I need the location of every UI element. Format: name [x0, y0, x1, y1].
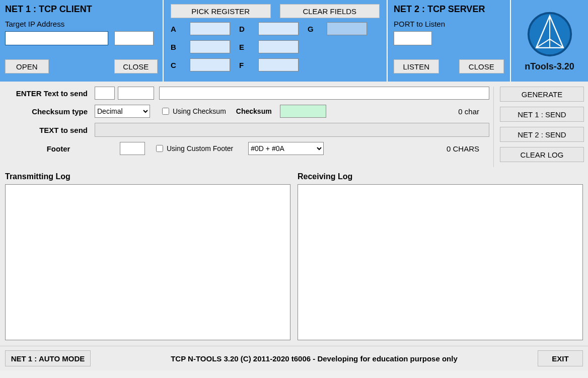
app-logo-icon [526, 10, 574, 58]
net1-send-button[interactable]: NET 1 : SEND [500, 107, 584, 122]
reg-d-label: D [239, 25, 249, 33]
char-count-label: 0 char [458, 107, 489, 116]
pick-register-button[interactable]: PICK REGISTER [171, 4, 271, 18]
net1-panel: NET 1 : TCP CLIENT Target IP Address OPE… [0, 0, 164, 82]
net2-listen-button[interactable]: LISTEN [394, 59, 439, 73]
net2-title: NET 2 : TCP SERVER [394, 4, 504, 15]
reg-d-input[interactable] [258, 22, 299, 35]
footer-select[interactable]: #0D + #0A [248, 142, 324, 155]
checksum-label: Checksum [236, 107, 272, 115]
clear-fields-button[interactable]: CLEAR FIELDS [280, 4, 380, 18]
exit-button[interactable]: EXIT [538, 350, 583, 366]
reg-c-label: C [171, 61, 181, 69]
footer-input[interactable] [120, 142, 145, 155]
send-panel: ENTER Text to send Checksum type Decimal… [4, 87, 489, 167]
net2-send-button[interactable]: NET 2 : SEND [500, 127, 584, 142]
reg-f-input[interactable] [258, 58, 299, 71]
send-text-input[interactable] [159, 87, 489, 100]
net1-close-button[interactable]: CLOSE [114, 59, 158, 73]
clear-log-button[interactable]: CLEAR LOG [500, 147, 584, 162]
reg-e-input[interactable] [258, 40, 299, 53]
footer-label: Footer [4, 144, 120, 153]
net2-close-button[interactable]: CLOSE [459, 59, 504, 73]
net2-port-input[interactable] [394, 31, 432, 45]
logo-panel: nTools-3.20 [511, 0, 588, 82]
using-footer-input[interactable] [156, 145, 163, 152]
reg-e-label: E [239, 43, 249, 51]
using-checksum-label: Using Checksum [173, 107, 226, 115]
reg-g-input[interactable] [327, 22, 367, 35]
tx-log-label: Transmitting Log [5, 172, 290, 181]
checksum-value [280, 105, 326, 118]
reg-a-label: A [171, 25, 181, 33]
net1-title: NET 1 : TCP CLIENT [5, 4, 158, 15]
app-name-label: nTools-3.20 [525, 61, 574, 72]
tx-log-panel: Transmitting Log [5, 169, 290, 342]
generate-button[interactable]: GENERATE [500, 87, 584, 102]
tx-log-textarea[interactable] [5, 184, 290, 340]
reg-f-label: F [239, 61, 249, 69]
send-prefix2-input[interactable] [118, 87, 154, 100]
using-checksum-checkbox[interactable]: Using Checksum [160, 106, 226, 116]
send-prefix1-input[interactable] [95, 87, 115, 100]
registers-panel: PICK REGISTER CLEAR FIELDS A D G B E C F [164, 0, 388, 82]
text-to-send-display [95, 123, 489, 137]
rx-log-panel: Receiving Log [298, 169, 583, 342]
reg-b-input[interactable] [190, 40, 230, 53]
net1-auto-mode-button[interactable]: NET 1 : AUTO MODE [5, 350, 91, 366]
enter-text-label: ENTER Text to send [4, 89, 95, 98]
text-to-send-label: TEXT to send [4, 126, 95, 134]
using-footer-label: Using Custom Footer [167, 144, 233, 153]
reg-b-label: B [171, 43, 181, 51]
rx-log-textarea[interactable] [298, 184, 583, 340]
bottom-bar: NET 1 : AUTO MODE TCP N-TOOLS 3.20 (C) 2… [0, 346, 588, 370]
net1-port-input[interactable] [114, 31, 154, 45]
rx-log-label: Receiving Log [298, 172, 583, 181]
net2-port-label: PORT to Listen [394, 20, 504, 28]
net2-panel: NET 2 : TCP SERVER PORT to Listen LISTEN… [388, 0, 511, 82]
reg-g-label: G [308, 25, 318, 33]
net1-ip-input[interactable] [5, 31, 108, 45]
checksum-type-label: Checksum type [4, 107, 95, 116]
net1-open-button[interactable]: OPEN [5, 59, 49, 73]
checksum-type-select[interactable]: Decimal [95, 105, 150, 118]
using-footer-checkbox[interactable]: Using Custom Footer [154, 143, 233, 154]
action-panel: GENERATE NET 1 : SEND NET 2 : SEND CLEAR… [493, 87, 584, 167]
chars-count-label: 0 CHARS [447, 144, 489, 153]
net1-ip-label: Target IP Address [5, 20, 158, 28]
reg-a-input[interactable] [190, 22, 230, 35]
reg-c-input[interactable] [190, 58, 230, 71]
copyright-label: TCP N-TOOLS 3.20 (C) 2011-2020 t6006 - D… [91, 354, 538, 363]
using-checksum-input[interactable] [162, 108, 169, 115]
